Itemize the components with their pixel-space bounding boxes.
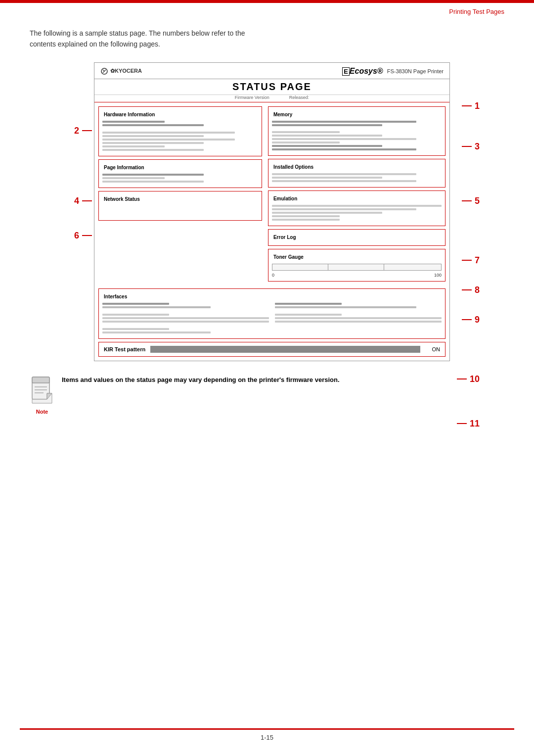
- number-label-11: 11: [457, 419, 480, 429]
- intro-paragraph: The following is a sample status page. T…: [30, 28, 534, 50]
- header-link[interactable]: Printing Test Pages: [0, 3, 534, 18]
- io-line-3: [272, 180, 416, 182]
- ecosys-branding: EEcosys® FS-3830N Page Printer: [342, 67, 444, 76]
- installed-options-title: Installed Options: [272, 164, 315, 170]
- pi-line-1: [102, 174, 204, 176]
- interfaces-title: Interfaces: [102, 294, 129, 299]
- number-label-10: 10: [457, 374, 480, 384]
- page-info-section: Page Information: [98, 159, 262, 188]
- firmware-version-label: Firmware Version: [235, 95, 269, 100]
- status-page-diagram: ✿KYOCERA EEcosys® FS-3830N Page Printer …: [94, 62, 450, 361]
- printer-name: FS-3830N Page Printer: [387, 68, 444, 74]
- mem-line-1: [272, 121, 416, 123]
- number-label-9: 9: [462, 315, 480, 325]
- number-label-7: 7: [462, 255, 480, 266]
- mem-line-2: [272, 124, 382, 126]
- interfaces-section: Interfaces: [98, 288, 445, 339]
- hw-line-3: [102, 132, 235, 134]
- em-line-4: [272, 215, 340, 217]
- error-log-section: Error Log: [268, 229, 445, 246]
- mem-line-6: [272, 142, 340, 143]
- kyocera-icon: [100, 67, 108, 75]
- error-log-title: Error Log: [272, 235, 298, 240]
- toner-gauge-bar: [272, 264, 442, 271]
- sp-header: ✿KYOCERA EEcosys® FS-3830N Page Printer: [94, 63, 449, 79]
- page-number: 1-15: [0, 734, 534, 741]
- memory-section: Memory: [268, 106, 445, 156]
- hw-line-8: [102, 149, 204, 151]
- toner-labels: 0 100: [272, 273, 442, 278]
- printing-test-pages-link[interactable]: Printing Test Pages: [449, 8, 504, 15]
- hw-line-5: [102, 139, 235, 141]
- number-label-5: 5: [462, 196, 480, 206]
- sp-right-col: Memory Installed Options: [265, 106, 445, 282]
- network-status-title: Network Status: [102, 196, 141, 202]
- number-label-4: 4: [74, 196, 92, 206]
- kir-label: KIR Test pattern: [104, 346, 145, 352]
- bottom-red-line: [20, 728, 514, 730]
- sp-main-grid: Hardware Information Page Information: [94, 102, 449, 285]
- mem-line-5: [272, 138, 416, 140]
- number-label-2: 2: [74, 126, 92, 136]
- released-label: Released:: [289, 95, 310, 100]
- page-info-title: Page Information: [102, 165, 146, 170]
- em-line-5: [272, 219, 340, 221]
- right-number-labels: 1 3 5 7 8 9 10 11: [455, 62, 480, 361]
- note-label: Note: [30, 409, 54, 415]
- note-paragraph: Items and values on the status page may …: [62, 376, 340, 383]
- kir-bar: [150, 346, 420, 353]
- pi-line-3: [102, 181, 204, 183]
- kir-section: KIR Test pattern ON: [98, 342, 445, 357]
- kir-value: ON: [425, 346, 440, 352]
- number-label-1: 1: [462, 101, 480, 111]
- hardware-info-section: Hardware Information: [98, 106, 262, 156]
- status-page-title-row: STATUS PAGE: [94, 79, 449, 95]
- hw-line-2: [102, 124, 204, 126]
- toner-gauge-title: Toner Gauge: [272, 254, 305, 260]
- intro-line2: contents explained on the following page…: [30, 40, 160, 48]
- hw-line-7: [102, 145, 165, 147]
- note-icon: Note: [30, 376, 54, 403]
- hw-line-1: [102, 121, 165, 123]
- ecosys-logo: EEcosys®: [342, 67, 383, 76]
- svg-rect-2: [32, 377, 49, 383]
- sp-left-col: Hardware Information Page Information: [98, 106, 265, 282]
- toner-max: 100: [434, 273, 442, 278]
- io-line-2: [272, 177, 382, 179]
- mem-line-4: [272, 135, 382, 137]
- em-line-3: [272, 212, 382, 214]
- iface-col-1: [102, 301, 269, 335]
- emulation-title: Emulation: [272, 196, 299, 201]
- kyocera-text: ✿KYOCERA: [110, 68, 142, 74]
- number-label-6: 6: [74, 231, 92, 241]
- kyocera-logo: ✿KYOCERA: [100, 67, 142, 75]
- mem-line-3: [272, 131, 340, 133]
- mem-line-7: [272, 145, 382, 147]
- em-line-1: [272, 205, 442, 207]
- toner-min: 0: [272, 273, 274, 278]
- network-status-section: Network Status: [98, 191, 262, 221]
- firmware-row: Firmware Version Released:: [94, 95, 449, 102]
- io-line-1: [272, 173, 416, 175]
- note-area: Note Items and values on the status page…: [30, 376, 504, 403]
- diagram-wrapper: 2 4 6 1 3 5 7 8: [79, 62, 455, 361]
- note-text-content: Items and values on the status page may …: [62, 376, 340, 383]
- number-label-3: 3: [462, 142, 480, 152]
- em-line-2: [272, 208, 416, 210]
- hw-line-4: [102, 135, 204, 137]
- number-label-8: 8: [462, 285, 480, 295]
- left-number-labels: 2 4 6: [74, 62, 94, 361]
- pi-line-2: [102, 177, 165, 179]
- interfaces-grid: [102, 301, 442, 335]
- mem-line-8: [272, 148, 416, 150]
- toner-gauge-section: Toner Gauge 0 100: [268, 249, 445, 282]
- memory-title: Memory: [272, 112, 294, 117]
- status-page-title: STATUS PAGE: [94, 81, 449, 93]
- emulation-section: Emulation: [268, 190, 445, 226]
- installed-options-section: Installed Options: [268, 159, 445, 188]
- hardware-info-title: Hardware Information: [102, 112, 156, 117]
- bottom-bar: 1-15: [0, 728, 534, 741]
- iface-col-2: [275, 301, 442, 335]
- note-document-icon: [30, 376, 54, 406]
- intro-line1: The following is a sample status page. T…: [30, 29, 245, 37]
